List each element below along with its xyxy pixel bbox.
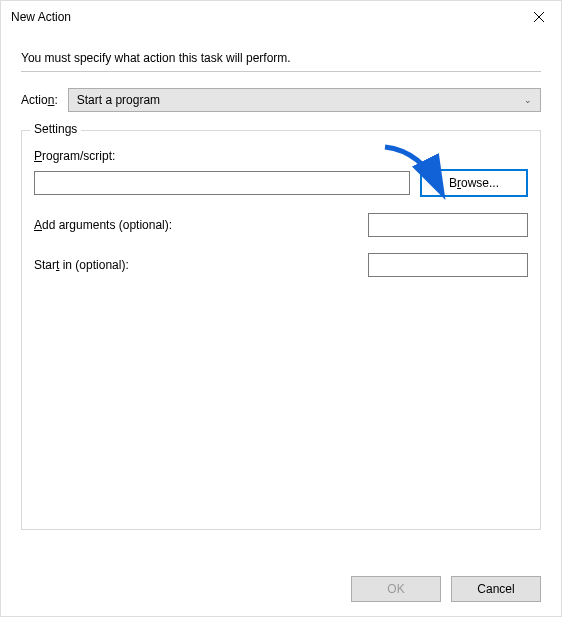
action-row: Action: Start a program ⌄ [21,88,541,112]
startin-input[interactable] [368,253,528,277]
browse-button[interactable]: Browse... [420,169,528,197]
arguments-label: Add arguments (optional): [34,218,172,232]
divider [21,71,541,72]
startin-label: Start in (optional): [34,258,129,272]
dialog-title: New Action [11,10,71,24]
cancel-button[interactable]: Cancel [451,576,541,602]
action-dropdown[interactable]: Start a program ⌄ [68,88,541,112]
arguments-input[interactable] [368,213,528,237]
program-label: Program/script: [34,149,528,163]
program-input[interactable] [34,171,410,195]
instruction-text: You must specify what action this task w… [21,51,541,65]
close-button[interactable] [516,2,561,32]
close-icon [534,9,544,25]
ok-button[interactable]: OK [351,576,441,602]
button-bar: OK Cancel [351,576,541,602]
dialog-content: You must specify what action this task w… [1,33,561,530]
action-label: Action: [21,93,58,107]
action-dropdown-value: Start a program [77,93,160,107]
settings-legend: Settings [30,122,81,136]
title-bar: New Action [1,1,561,33]
chevron-down-icon: ⌄ [524,95,532,105]
settings-fieldset: Settings Program/script: Browse... Add a… [21,130,541,530]
